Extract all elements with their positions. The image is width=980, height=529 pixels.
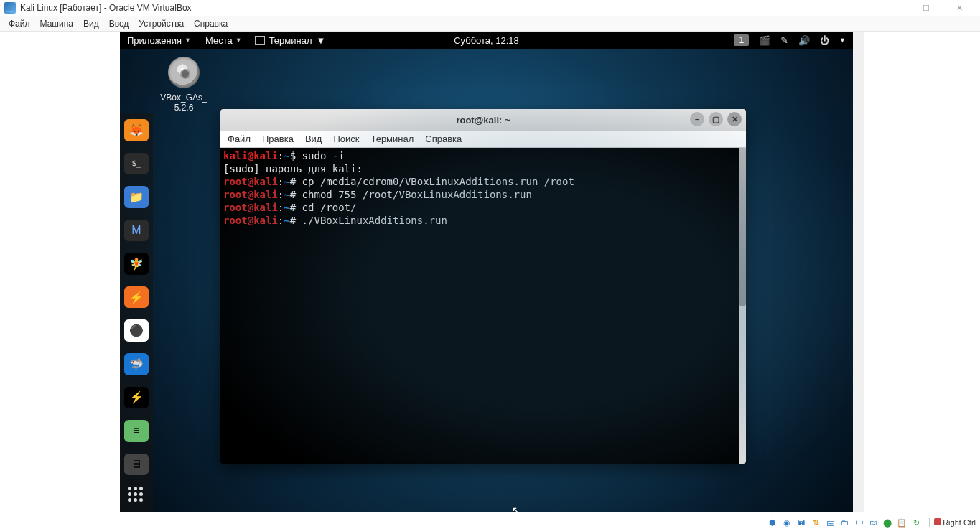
status-hdd-icon[interactable]: ⬢ [767, 518, 778, 528]
vbox-menu-help[interactable]: Справка [194, 19, 228, 29]
window-close-button[interactable]: ✕ [727, 112, 742, 126]
status-audio-icon[interactable]: 🖬 [795, 518, 807, 528]
scrollbar-thumb[interactable] [739, 148, 746, 306]
minimize-button[interactable]: — [877, 0, 910, 16]
desktop-icon-label: VBox_GAs_ [153, 93, 215, 103]
terminal-menu-terminal[interactable]: Терминал [370, 134, 414, 144]
status-usb-icon[interactable]: 🖴 [824, 518, 836, 528]
workspace-indicator[interactable]: 1 [734, 34, 749, 46]
dock-app-remmina[interactable]: 🖥 [124, 454, 149, 476]
places-label: Места [205, 35, 233, 46]
vbox-menu-file[interactable]: Файл [9, 19, 30, 29]
panel-clock[interactable]: Суббота, 12:18 [454, 35, 519, 46]
terminal-title: root@kali: ~ [456, 115, 510, 126]
vbox-menu-view[interactable]: Вид [83, 19, 99, 29]
dock-app-firefox[interactable]: 🦊 [124, 119, 149, 141]
host-key-indicator[interactable]: Right Ctrl [929, 518, 976, 527]
dock-app-cherrytree[interactable]: 🧚 [124, 253, 149, 275]
vbox-menu-machine[interactable]: Машина [40, 19, 73, 29]
dock-app-recorder[interactable]: ⚫ [124, 319, 149, 342]
mouse-cursor-icon: ↖ [512, 505, 521, 512]
chevron-down-icon: ▼ [185, 37, 191, 44]
applications-menu[interactable]: Приложения ▼ [120, 32, 198, 49]
vbox-menubar: Файл Машина Вид Ввод Устройства Справка [0, 16, 980, 32]
terminal-icon [255, 36, 265, 45]
active-app-indicator[interactable]: Терминал ▼ [249, 35, 332, 46]
terminal-menu-file[interactable]: Файл [228, 134, 251, 144]
desktop-icon-label-2: 5.2.6 [153, 103, 215, 113]
vbox-menu-input[interactable]: Ввод [109, 19, 129, 29]
vbox-menu-devices[interactable]: Устройства [139, 19, 184, 29]
volume-icon[interactable]: 🔊 [798, 35, 810, 46]
vm-view-scrollbar[interactable] [853, 32, 864, 512]
terminal-titlebar[interactable]: root@kali: ~ – ▢ ✕ [220, 109, 746, 131]
guest-display[interactable]: Приложения ▼ Места ▼ Терминал ▼ Суббота,… [120, 32, 853, 512]
virtualbox-icon [4, 2, 16, 14]
window-minimize-button[interactable]: – [690, 112, 704, 126]
vbox-title: Kali Linux [Работает] - Oracle VM Virtua… [20, 3, 192, 13]
terminal-scrollbar[interactable] [739, 148, 746, 464]
dock-app-faraday[interactable]: ⚡ [124, 387, 149, 409]
dock-app-files[interactable]: 📁 [124, 186, 149, 208]
vbox-titlebar: Kali Linux [Работает] - Oracle VM Virtua… [0, 0, 980, 16]
status-optical-icon[interactable]: ◉ [781, 518, 793, 528]
status-dnd-icon[interactable]: ↻ [910, 518, 922, 528]
video-icon[interactable]: 🎬 [759, 35, 770, 46]
accessibility-icon[interactable]: ✎ [780, 35, 788, 46]
places-menu[interactable]: Места ▼ [198, 32, 249, 49]
applications-label: Приложения [127, 35, 182, 46]
dock-app-terminal[interactable]: $_ [124, 153, 149, 175]
window-maximize-button[interactable]: ▢ [709, 112, 723, 126]
gnome-top-panel: Приложения ▼ Места ▼ Терминал ▼ Суббота,… [120, 32, 853, 49]
vbox-statusbar: ⬢ ◉ 🖬 ⇅ 🖴 🗀 🖵 🖭 ⬤ 📋 ↻ Right Ctrl [767, 518, 976, 528]
status-network-icon[interactable]: ⇅ [810, 518, 821, 528]
terminal-menu-view[interactable]: Вид [305, 134, 322, 144]
status-vrde-icon[interactable]: ⬤ [882, 518, 893, 528]
chevron-down-icon: ▼ [235, 37, 242, 44]
show-applications-button[interactable] [128, 487, 145, 502]
dock-app-burpsuite[interactable]: ⚡ [124, 286, 149, 309]
status-display-icon[interactable]: 🖵 [853, 518, 864, 528]
terminal-menu-edit[interactable]: Правка [262, 134, 294, 144]
dock-app-xterm[interactable]: ≡ [124, 420, 149, 442]
terminal-window[interactable]: root@kali: ~ – ▢ ✕ Файл Правка Вид Поиск… [220, 109, 746, 464]
status-recording-icon[interactable]: 🖭 [867, 518, 879, 528]
chevron-down-icon: ▼ [839, 37, 846, 44]
maximize-button[interactable]: ☐ [910, 0, 943, 16]
dock-app-wireshark[interactable]: 🦈 [124, 353, 149, 375]
power-icon[interactable]: ⏻ [820, 35, 829, 46]
desktop-icon-vbox-ga[interactable]: VBox_GAs_ 5.2.6 [153, 57, 215, 113]
dock-app-metasploit[interactable]: M [124, 220, 149, 242]
status-shared-folder-icon[interactable]: 🗀 [839, 518, 850, 528]
terminal-menu-search[interactable]: Поиск [333, 134, 359, 144]
active-app-label: Терминал [269, 35, 312, 46]
chevron-down-icon: ▼ [317, 35, 326, 46]
close-button[interactable]: ✕ [943, 0, 976, 16]
terminal-output[interactable]: kali@kali:~$ sudo -i[sudo] пароль для ka… [220, 148, 739, 464]
terminal-menubar: Файл Правка Вид Поиск Терминал Справка [220, 131, 746, 148]
gnome-dock: 🦊 $_ 📁 M 🧚 ⚡ ⚫ 🦈 ⚡ ≡ 🖥 [120, 113, 153, 512]
optical-disc-icon [168, 57, 200, 88]
status-clipboard-icon[interactable]: 📋 [896, 518, 907, 528]
terminal-menu-help[interactable]: Справка [425, 134, 462, 144]
